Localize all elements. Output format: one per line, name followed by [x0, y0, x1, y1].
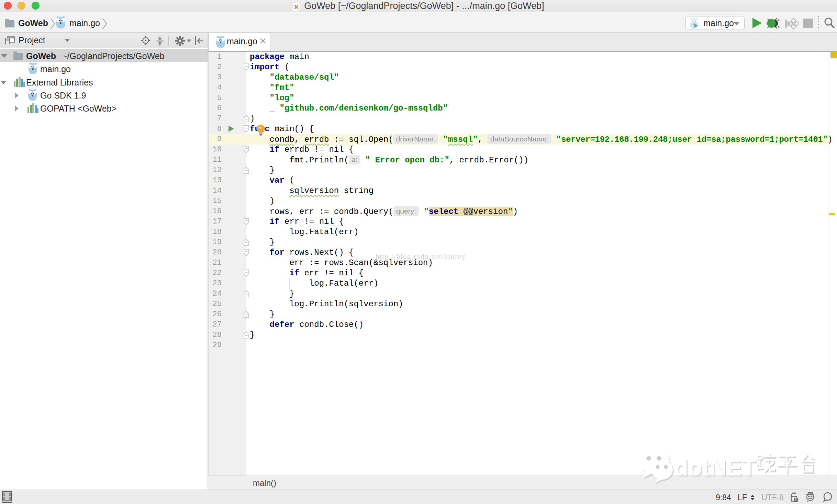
svg-text:T: T — [795, 498, 797, 502]
